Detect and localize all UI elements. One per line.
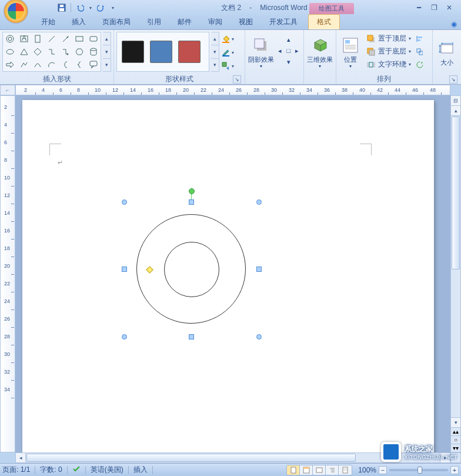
- vscroll-thumb[interactable]: [452, 116, 460, 269]
- shape-arc-icon[interactable]: [45, 58, 59, 71]
- status-words[interactable]: 字数: 0: [40, 465, 62, 475]
- zoom-slider[interactable]: [389, 469, 448, 471]
- handle-tl[interactable]: [122, 199, 127, 205]
- shape-cylinder-icon[interactable]: [86, 46, 100, 58]
- page[interactable]: ↵: [22, 100, 434, 452]
- shape-diamond-icon[interactable]: [31, 46, 45, 58]
- selected-shape[interactable]: [125, 202, 259, 337]
- shape-bracket-icon[interactable]: [59, 58, 72, 71]
- shape-line-icon[interactable]: [45, 33, 59, 45]
- style-swatch-3[interactable]: [178, 41, 201, 63]
- shadow-nudge-right[interactable]: ▸: [293, 45, 300, 56]
- shape-vtextbox-icon[interactable]: [31, 33, 45, 45]
- document-area[interactable]: ↵: [15, 95, 450, 452]
- handle-br[interactable]: [256, 334, 262, 339]
- style-swatch-2[interactable]: [150, 41, 172, 63]
- style-scroll-up-icon[interactable]: ▴: [211, 32, 219, 45]
- shape-hexagon-icon[interactable]: [73, 46, 86, 58]
- view-draft-icon[interactable]: [339, 465, 352, 475]
- close-button[interactable]: ✕: [442, 2, 456, 13]
- tab-home[interactable]: 开始: [33, 15, 64, 29]
- rotate-handle[interactable]: [189, 188, 195, 194]
- shadow-nudge-down[interactable]: ▾: [285, 56, 292, 67]
- shape-outline-button[interactable]: ▾: [221, 46, 242, 58]
- shape-brace-icon[interactable]: [73, 58, 86, 71]
- bring-front-button[interactable]: 置于顶层▾: [364, 32, 413, 45]
- align-button[interactable]: [415, 32, 423, 45]
- text-wrap-button[interactable]: 文字环绕▾: [364, 58, 413, 71]
- hscroll-thumb[interactable]: [26, 454, 356, 462]
- view-print-icon[interactable]: [287, 465, 300, 475]
- browse-prev-icon[interactable]: ▴▴: [451, 427, 460, 435]
- shape-callout-icon[interactable]: [86, 58, 100, 71]
- zoom-value[interactable]: 100%: [358, 466, 376, 474]
- status-lang[interactable]: 英语(美国): [91, 465, 123, 475]
- tab-view[interactable]: 视图: [230, 15, 261, 29]
- shape-elbow-arrow-icon[interactable]: [59, 46, 72, 58]
- group-button[interactable]: [415, 45, 423, 58]
- size-launcher-icon[interactable]: ↘: [449, 75, 457, 84]
- shapes-gallery[interactable]: A: [2, 32, 101, 72]
- handle-bl[interactable]: [122, 334, 127, 339]
- status-mode[interactable]: 插入: [133, 465, 148, 475]
- tab-references[interactable]: 引用: [139, 15, 169, 29]
- style-more-icon[interactable]: ▾: [211, 59, 219, 71]
- qat-redo-icon[interactable]: [96, 2, 106, 13]
- ribbon-help-icon[interactable]: ◉: [447, 19, 461, 29]
- send-back-button[interactable]: 置于底层▾: [364, 45, 413, 58]
- qat-customize-icon[interactable]: ▾: [109, 2, 117, 13]
- styles-launcher-icon[interactable]: ↘: [233, 75, 241, 84]
- ruler-toggle-icon[interactable]: ⊟: [451, 96, 460, 106]
- shape-rect-icon[interactable]: [73, 33, 86, 45]
- status-proof-icon[interactable]: [72, 465, 81, 475]
- shapes-scroll-up-icon[interactable]: ▴: [103, 32, 111, 45]
- change-shape-button[interactable]: ▾: [221, 60, 242, 72]
- ruler-vertical[interactable]: 246810121416182022242628303234: [0, 95, 15, 452]
- style-scroll-down-icon[interactable]: ▾: [211, 45, 219, 58]
- zoom-in-button[interactable]: +: [450, 466, 459, 474]
- vscroll-up-icon[interactable]: ▴: [451, 106, 460, 116]
- tab-layout[interactable]: 页面布局: [94, 15, 139, 29]
- shadow-nudge-left[interactable]: ◂: [276, 45, 284, 56]
- qat-undo-icon[interactable]: [75, 2, 85, 13]
- shape-oval-icon[interactable]: [4, 46, 17, 58]
- shape-roundrect-icon[interactable]: [86, 33, 100, 45]
- vscroll-track[interactable]: [451, 270, 460, 417]
- status-page[interactable]: 页面: 1/1: [2, 465, 30, 475]
- vscroll-down-icon[interactable]: ▾: [451, 417, 460, 427]
- tab-review[interactable]: 审阅: [200, 15, 230, 29]
- handle-tr[interactable]: [256, 199, 262, 205]
- tab-insert[interactable]: 插入: [64, 15, 94, 29]
- shape-curve-icon[interactable]: [31, 58, 45, 71]
- qat-undo-dropdown-icon[interactable]: ▾: [88, 2, 93, 13]
- shadow-toggle[interactable]: □: [285, 45, 292, 56]
- zoom-knob[interactable]: [417, 467, 422, 474]
- shape-freeform-icon[interactable]: [18, 58, 31, 71]
- threed-effect-button[interactable]: 三维效果 ▾: [306, 32, 333, 72]
- ruler-horizontal[interactable]: 2468101214161820222426283032343638404244…: [15, 85, 450, 95]
- minimize-button[interactable]: ━: [412, 2, 426, 13]
- handle-ml[interactable]: [122, 267, 127, 272]
- shapes-scroll-down-icon[interactable]: ▾: [103, 45, 111, 58]
- view-outline-icon[interactable]: [326, 465, 339, 475]
- shape-elbow-icon[interactable]: [45, 46, 59, 58]
- shadow-nudge-up[interactable]: ▴: [285, 34, 292, 45]
- qat-save-icon[interactable]: [56, 2, 67, 13]
- tab-developer[interactable]: 开发工具: [261, 15, 306, 29]
- tab-format[interactable]: 格式: [308, 14, 340, 29]
- position-button[interactable]: 位置 ▾: [339, 32, 362, 72]
- tab-mailings[interactable]: 邮件: [169, 15, 200, 29]
- maximize-button[interactable]: ❐: [427, 2, 441, 13]
- handle-bm[interactable]: [189, 334, 194, 339]
- shape-rightarrow-icon[interactable]: [4, 58, 17, 71]
- shape-triangle-icon[interactable]: [18, 46, 31, 58]
- shapes-more-icon[interactable]: ▾: [103, 59, 111, 71]
- view-fullscreen-icon[interactable]: [300, 465, 313, 475]
- handle-tm[interactable]: [189, 199, 194, 205]
- shadow-effect-button[interactable]: 阴影效果 ▾: [248, 32, 275, 72]
- zoom-out-button[interactable]: −: [379, 466, 387, 474]
- shape-fill-button[interactable]: ▾: [221, 33, 242, 45]
- shape-donut-icon[interactable]: [4, 33, 17, 45]
- shape-textbox-icon[interactable]: A: [18, 33, 31, 45]
- shape-arrow-icon[interactable]: [59, 33, 72, 45]
